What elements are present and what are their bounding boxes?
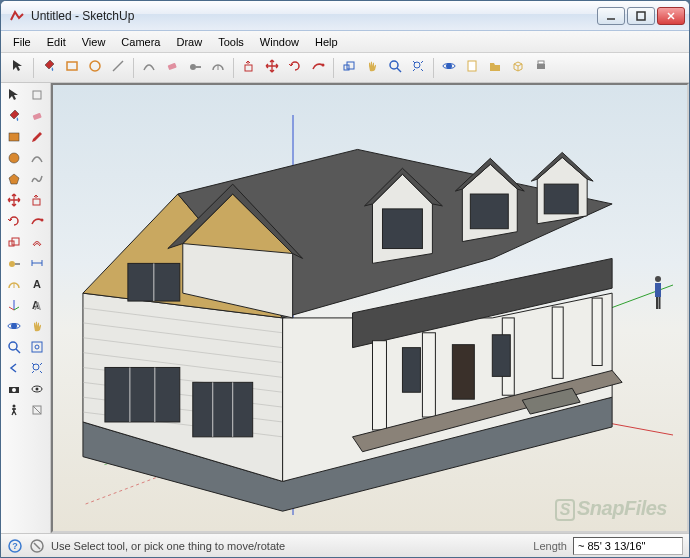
zoom-tool[interactable] bbox=[3, 339, 25, 359]
eraser-tool[interactable] bbox=[26, 108, 48, 128]
push-pull-tool[interactable] bbox=[26, 192, 48, 212]
svg-rect-102 bbox=[492, 335, 510, 377]
menu-camera[interactable]: Camera bbox=[113, 33, 168, 51]
menu-draw[interactable]: Draw bbox=[168, 33, 210, 51]
axes-tool[interactable] bbox=[3, 297, 25, 317]
viewport-3d[interactable]: SSnapFiles bbox=[51, 83, 689, 533]
polygon-tool[interactable] bbox=[3, 171, 25, 191]
svg-line-57 bbox=[33, 406, 41, 414]
status-hint: Use Select tool, or pick one thing to mo… bbox=[51, 540, 527, 552]
warning-icon[interactable] bbox=[29, 538, 45, 554]
menu-file[interactable]: File bbox=[5, 33, 39, 51]
svg-rect-28 bbox=[33, 199, 40, 205]
svg-point-8 bbox=[190, 64, 196, 70]
rectangle-tool[interactable] bbox=[3, 129, 25, 149]
zoomext-icon bbox=[30, 361, 44, 379]
rotate-tool[interactable] bbox=[284, 57, 306, 79]
svg-point-29 bbox=[41, 219, 44, 222]
zoom-tool[interactable] bbox=[384, 57, 406, 79]
arc-tool[interactable] bbox=[26, 150, 48, 170]
pan-tool[interactable] bbox=[361, 57, 383, 79]
zoom-extents-tool[interactable] bbox=[26, 360, 48, 380]
move-tool[interactable] bbox=[3, 192, 25, 212]
zoom-extents-tool[interactable] bbox=[407, 57, 429, 79]
app-icon bbox=[9, 8, 25, 24]
arc-tool[interactable] bbox=[138, 57, 160, 79]
svg-rect-20 bbox=[468, 61, 476, 71]
rotate-icon bbox=[7, 214, 21, 232]
section-icon bbox=[30, 403, 44, 421]
menu-help[interactable]: Help bbox=[307, 33, 346, 51]
menu-tools[interactable]: Tools bbox=[210, 33, 252, 51]
previous-tool[interactable] bbox=[3, 360, 25, 380]
tape-tool[interactable] bbox=[184, 57, 206, 79]
circle-tool[interactable] bbox=[84, 57, 106, 79]
tool-row: AA bbox=[3, 297, 48, 317]
menu-window[interactable]: Window bbox=[252, 33, 307, 51]
tape-tool[interactable] bbox=[3, 255, 25, 275]
walk-tool[interactable] bbox=[3, 402, 25, 422]
component-tool[interactable] bbox=[26, 87, 48, 107]
tape-icon bbox=[188, 59, 202, 77]
svg-rect-100 bbox=[452, 345, 474, 400]
protractor-tool[interactable] bbox=[207, 57, 229, 79]
scale-tool[interactable] bbox=[3, 234, 25, 254]
paint-bucket-tool[interactable] bbox=[38, 57, 60, 79]
position-camera-tool[interactable] bbox=[3, 381, 25, 401]
section-tool[interactable] bbox=[26, 402, 48, 422]
close-button[interactable] bbox=[657, 7, 685, 25]
text-icon: A bbox=[30, 277, 44, 295]
svg-rect-48 bbox=[32, 342, 42, 352]
scale-figure bbox=[651, 275, 665, 315]
pan-tool[interactable] bbox=[26, 318, 48, 338]
scale-tool[interactable] bbox=[338, 57, 360, 79]
offset-tool[interactable] bbox=[26, 234, 48, 254]
toolbar-separator bbox=[333, 58, 334, 78]
new-file-tool[interactable] bbox=[461, 57, 483, 79]
content-row: AAA bbox=[1, 83, 689, 533]
open-file-tool[interactable] bbox=[484, 57, 506, 79]
menu-view[interactable]: View bbox=[74, 33, 114, 51]
line-tool[interactable] bbox=[26, 129, 48, 149]
orbit-tool[interactable] bbox=[438, 57, 460, 79]
rotate-tool[interactable] bbox=[3, 213, 25, 233]
help-icon[interactable]: ? bbox=[7, 538, 23, 554]
follow-me-tool[interactable] bbox=[26, 213, 48, 233]
paint-bucket-tool[interactable] bbox=[3, 108, 25, 128]
rectangle-tool[interactable] bbox=[61, 57, 83, 79]
toolbar-separator bbox=[133, 58, 134, 78]
3dtext-tool[interactable]: AA bbox=[26, 297, 48, 317]
select-tool[interactable] bbox=[7, 57, 29, 79]
push-pull-tool[interactable] bbox=[238, 57, 260, 79]
window-controls bbox=[597, 7, 685, 25]
svg-rect-101 bbox=[402, 348, 420, 393]
tool-row bbox=[3, 339, 48, 359]
look-around-tool[interactable] bbox=[26, 381, 48, 401]
orbit-tool[interactable] bbox=[3, 318, 25, 338]
tool-row bbox=[3, 213, 48, 233]
eraser-tool[interactable] bbox=[161, 57, 183, 79]
svg-line-16 bbox=[397, 68, 401, 72]
minimize-button[interactable] bbox=[597, 7, 625, 25]
text-tool[interactable]: A bbox=[26, 276, 48, 296]
component-tool[interactable] bbox=[507, 57, 529, 79]
follow-me-tool[interactable] bbox=[307, 57, 329, 79]
line-tool[interactable] bbox=[107, 57, 129, 79]
protractor-tool[interactable] bbox=[3, 276, 25, 296]
dimension-tool[interactable] bbox=[26, 255, 48, 275]
follow-icon bbox=[311, 59, 325, 77]
freehand-tool[interactable] bbox=[26, 171, 48, 191]
print-tool[interactable] bbox=[530, 57, 552, 79]
select-tool[interactable] bbox=[3, 87, 25, 107]
circle-tool[interactable] bbox=[3, 150, 25, 170]
zoom-window-tool[interactable] bbox=[26, 339, 48, 359]
length-input[interactable] bbox=[573, 537, 683, 555]
move-tool[interactable] bbox=[261, 57, 283, 79]
prev-icon bbox=[7, 361, 21, 379]
circle-icon bbox=[88, 59, 102, 77]
tool-row bbox=[3, 129, 48, 149]
svg-point-52 bbox=[12, 388, 16, 392]
svg-line-2 bbox=[668, 13, 674, 19]
maximize-button[interactable] bbox=[627, 7, 655, 25]
menu-edit[interactable]: Edit bbox=[39, 33, 74, 51]
